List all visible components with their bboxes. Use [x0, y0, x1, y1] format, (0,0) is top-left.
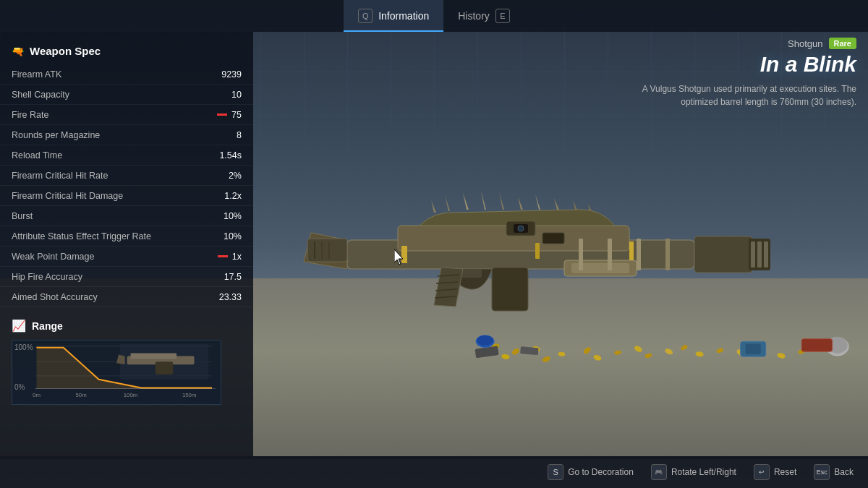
svg-point-34	[542, 355, 551, 363]
svg-rect-55	[746, 344, 761, 354]
top-navigation: Q Information History E	[0, 0, 868, 32]
stat-label-attribute-trigger: Attribute Status Effect Trigger Rate	[12, 231, 151, 241]
stat-row-critical-hit-rate: Firearm Critical Hit Rate 2%	[0, 166, 253, 186]
decoration-key: S	[548, 464, 563, 480]
svg-point-21	[518, 226, 524, 231]
bottom-action-bar: S Go to Decoration 🎮 Rotate Left/Right ↩…	[0, 456, 868, 488]
stat-label-burst: Burst	[12, 211, 33, 221]
action-rotate: 🎮 Rotate Left/Right	[651, 464, 736, 480]
weapon-type-label: Shotgun	[788, 38, 822, 49]
tab-history-key: E	[495, 9, 510, 23]
rarity-badge: Rare	[829, 38, 856, 49]
stat-row-attribute-trigger: Attribute Status Effect Trigger Rate 10%	[0, 226, 253, 247]
stat-label-aimed-shot: Aimed Shot Accuracy	[12, 292, 98, 302]
stat-value-fire-rate: 75	[217, 110, 242, 120]
stat-value-reload-time: 1.54s	[219, 150, 242, 160]
svg-point-47	[777, 352, 786, 359]
stat-row-aimed-shot: Aimed Shot Accuracy 23.33	[0, 287, 253, 307]
stat-value-critical-hit-rate: 2%	[229, 171, 242, 181]
stat-label-firearm-atk: Firearm ATK	[12, 69, 61, 80]
stat-row-critical-hit-damage: Firearm Critical Hit Damage 1.2x	[0, 186, 253, 206]
tab-information[interactable]: Q Information	[344, 0, 443, 32]
stat-row-weak-point: Weak Point Damage 1x	[0, 247, 253, 267]
stat-row-reload-time: Reload Time 1.54s	[0, 145, 253, 166]
stats-panel: 🔫 Weapon Spec Firearm ATK 9239 Shell Cap…	[0, 32, 253, 456]
tab-history[interactable]: History E	[443, 0, 524, 32]
range-section: 📈 Range 100% 0% 0m 50m	[0, 319, 253, 405]
stat-row-firearm-atk: Firearm ATK 9239	[0, 64, 253, 85]
stat-value-burst: 10%	[224, 211, 242, 221]
svg-rect-50	[475, 346, 498, 358]
tab-history-label: History	[458, 10, 490, 22]
stat-row-rounds-per-mag: Rounds per Magazine 8	[0, 125, 253, 145]
svg-point-31	[501, 354, 510, 360]
stat-label-weak-point: Weak Point Damage	[12, 252, 94, 262]
weapon-description: A Vulgus Shotgun used primarily at execu…	[625, 82, 856, 108]
stat-label-shell-capacity: Shell Capacity	[12, 90, 69, 100]
range-label: Range	[32, 320, 63, 332]
svg-point-42	[680, 344, 688, 351]
range-chart-icon: 📈	[12, 319, 26, 333]
svg-rect-71	[156, 361, 173, 374]
reset-key: ↩	[754, 464, 770, 480]
back-label: Back	[834, 467, 854, 477]
rotate-key: 🎮	[651, 464, 667, 480]
svg-point-36	[582, 346, 592, 356]
stat-label-fire-rate: Fire Rate	[12, 110, 48, 120]
stat-label-hip-fire: Hip Fire Accuracy	[12, 272, 82, 282]
stat-value-shell-capacity: 10	[231, 90, 242, 100]
gun-icon: 🔫	[12, 46, 24, 57]
stat-value-critical-hit-damage: 1.2x	[224, 191, 242, 201]
stat-value-firearm-atk: 9239	[221, 69, 242, 80]
svg-point-43	[695, 351, 704, 357]
svg-point-32	[511, 347, 520, 356]
back-key: Esc	[814, 464, 830, 480]
svg-text:0m: 0m	[33, 392, 41, 398]
weapon-type-row: Shotgun Rare	[625, 38, 856, 49]
svg-point-41	[664, 348, 673, 356]
svg-point-35	[558, 352, 565, 356]
rotate-label: Rotate Left/Right	[671, 467, 736, 477]
stat-value-aimed-shot: 23.33	[219, 292, 242, 302]
stat-row-fire-rate: Fire Rate 75	[0, 105, 253, 125]
svg-point-39	[634, 345, 643, 354]
svg-rect-70	[131, 354, 177, 359]
stat-row-hip-fire: Hip Fire Accuracy 17.5	[0, 267, 253, 287]
range-title: 📈 Range	[12, 319, 242, 333]
stat-label-rounds-per-mag: Rounds per Magazine	[12, 130, 100, 140]
tab-information-label: Information	[378, 10, 429, 22]
svg-rect-58	[801, 339, 832, 352]
svg-text:150m: 150m	[182, 392, 197, 398]
decoration-label: Go to Decoration	[568, 467, 634, 477]
svg-point-38	[614, 350, 622, 355]
weak-point-bar	[218, 255, 228, 257]
svg-text:50m: 50m	[76, 392, 87, 398]
svg-point-37	[592, 354, 602, 361]
floor-items	[434, 254, 868, 398]
stat-value-hip-fire: 17.5	[224, 272, 242, 282]
stat-value-weak-point: 1x	[218, 252, 242, 262]
weapon-display-area	[217, 72, 868, 430]
action-decoration: S Go to Decoration	[548, 464, 634, 480]
fire-rate-bar	[217, 114, 227, 116]
svg-text:100m: 100m	[124, 392, 138, 398]
weapon-spec-label: Weapon Spec	[30, 45, 101, 57]
weapon-name: In a Blink	[625, 52, 856, 77]
reset-label: Reset	[774, 467, 796, 477]
svg-point-40	[644, 353, 652, 359]
action-reset: ↩ Reset	[754, 464, 796, 480]
svg-point-44	[716, 348, 724, 354]
stat-value-rounds-per-mag: 8	[237, 130, 242, 140]
stat-label-reload-time: Reload Time	[12, 150, 62, 160]
svg-point-53	[477, 335, 493, 346]
svg-rect-29	[542, 233, 564, 244]
stat-label-critical-hit-damage: Firearm Critical Hit Damage	[12, 191, 123, 201]
stat-row-burst: Burst 10%	[0, 206, 253, 226]
range-chart: 100% 0% 0m 50m 100m 150m	[12, 340, 221, 405]
tab-information-key: Q	[358, 9, 373, 23]
stat-label-critical-hit-rate: Firearm Critical Hit Rate	[12, 171, 108, 181]
weapon-spec-title: 🔫 Weapon Spec	[0, 40, 253, 64]
svg-rect-16	[401, 246, 407, 263]
weapon-info-panel: Shotgun Rare In a Blink A Vulgus Shotgun…	[625, 38, 856, 108]
stat-value-attribute-trigger: 10%	[224, 231, 242, 241]
